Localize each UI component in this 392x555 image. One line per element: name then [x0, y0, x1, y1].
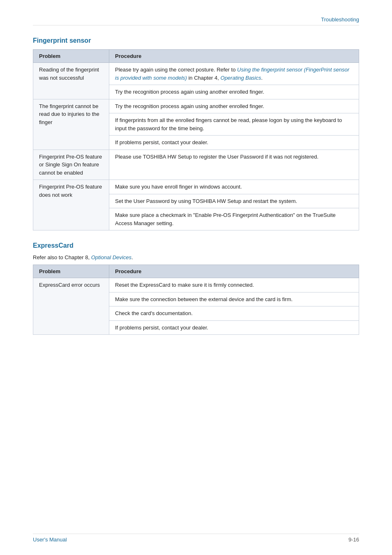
operating-basics-link[interactable]: Operating Basics: [221, 75, 261, 81]
procedure-cell: Try the recognition process again using …: [109, 85, 359, 99]
expresscard-intro: Refer also to Chapter 8, Optional Device…: [33, 254, 359, 260]
procedure-cell: Make sure you have enroll finger in wind…: [109, 180, 359, 194]
procedure-col-header: Procedure: [109, 50, 359, 63]
procedure-cell: Reset the ExpressCard to make sure it is…: [109, 278, 359, 292]
fingerprint-section: Fingerprint sensor Problem Procedure Rea…: [33, 37, 359, 230]
problem-col-header: Problem: [33, 50, 109, 63]
footer-left-label: User's Manual: [33, 537, 67, 543]
header-title: Troubleshooting: [321, 16, 359, 23]
procedure-cell: Try the recognition process again using …: [109, 99, 359, 113]
procedure-cell: If problems persist, contact your dealer…: [109, 320, 359, 335]
procedure-cell: If fingerprints from all the enrolled fi…: [109, 113, 359, 136]
procedure-cell: If problems persist, contact your dealer…: [109, 136, 359, 150]
problem-cell: Fingerprint Pre-OS feature or Single Sig…: [33, 150, 109, 180]
procedure-cell: Set the User Password by using TOSHIBA H…: [109, 194, 359, 208]
expresscard-table: Problem Procedure ExpressCard error occu…: [33, 265, 359, 335]
expresscard-section-title: ExpressCard: [33, 242, 359, 249]
fingerprint-table: Problem Procedure Reading of the fingerp…: [33, 49, 359, 230]
procedure-cell: Make sure place a checkmark in "Enable P…: [109, 208, 359, 230]
problem-cell: Reading of the fingerprint was not succe…: [33, 63, 109, 99]
optional-devices-link[interactable]: Optional Devices: [91, 254, 131, 260]
table-row: Fingerprint Pre-OS feature or Single Sig…: [33, 150, 359, 180]
problem-cell: The fingerprint cannot be read due to in…: [33, 99, 109, 150]
table-row: Fingerprint Pre-OS feature does not work…: [33, 180, 359, 194]
table-header-row: Problem Procedure: [33, 265, 359, 278]
procedure-cell: Please use TOSHIBA HW Setup to register …: [109, 150, 359, 180]
problem-cell: ExpressCard error occurs: [33, 278, 109, 335]
table-row: The fingerprint cannot be read due to in…: [33, 99, 359, 113]
expresscard-section: ExpressCard Refer also to Chapter 8, Opt…: [33, 242, 359, 335]
footer-right-label: 9-16: [348, 537, 359, 543]
procedure-cell: Check the card's documentation.: [109, 306, 359, 321]
procedure-col-header: Procedure: [109, 265, 359, 278]
page-footer: User's Manual 9-16: [33, 534, 359, 543]
table-row: ExpressCard error occurs Reset the Expre…: [33, 278, 359, 292]
problem-col-header: Problem: [33, 265, 109, 278]
table-header-row: Problem Procedure: [33, 50, 359, 63]
table-row: Reading of the fingerprint was not succe…: [33, 63, 359, 85]
procedure-cell: Please try again using the correct postu…: [109, 63, 359, 85]
procedure-cell: Make sure the connection between the ext…: [109, 292, 359, 306]
page-header: Troubleshooting: [33, 16, 359, 25]
fingerprint-section-title: Fingerprint sensor: [33, 37, 359, 44]
problem-cell: Fingerprint Pre-OS feature does not work: [33, 180, 109, 230]
